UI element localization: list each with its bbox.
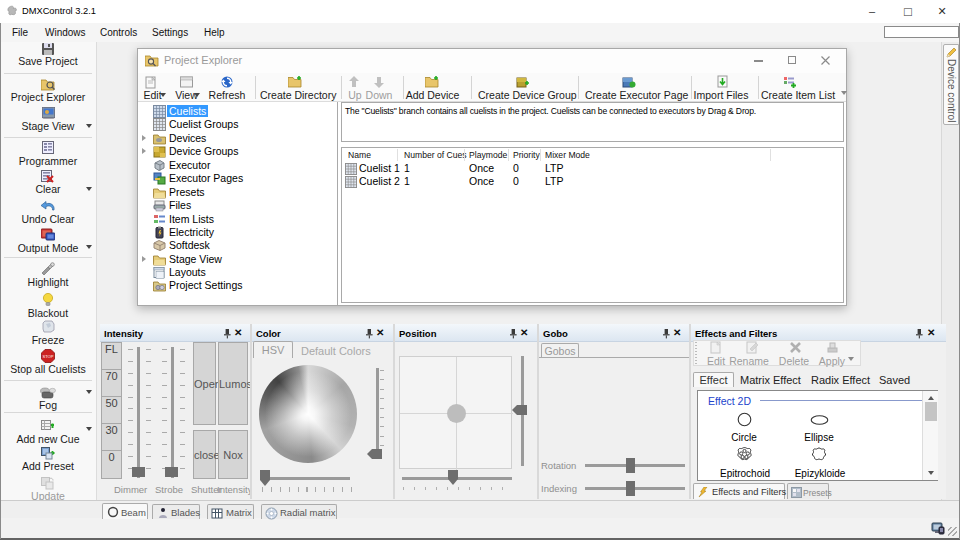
svg-text:STOP: STOP xyxy=(43,354,54,359)
